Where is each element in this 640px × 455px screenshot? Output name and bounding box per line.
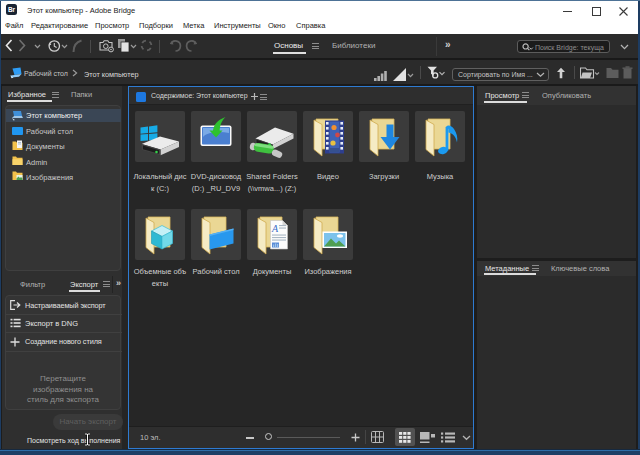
svg-text:A: A: [271, 223, 279, 234]
